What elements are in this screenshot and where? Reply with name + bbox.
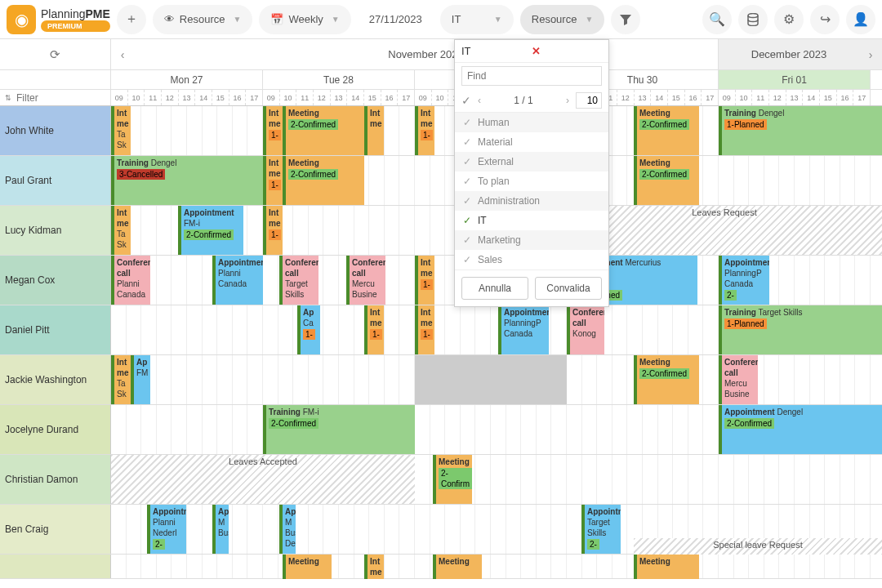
popover-item[interactable]: ✓Sales: [455, 250, 608, 270]
event[interactable]: AppointmentPlanniNederl2-: [147, 505, 186, 554]
event[interactable]: ApMBusine: [212, 505, 229, 554]
popover-item[interactable]: ✓Marketing: [455, 230, 608, 250]
event[interactable]: Meeting: [283, 555, 332, 579]
event[interactable]: Training Target Skills1-Planned: [719, 305, 882, 354]
popover-search-input[interactable]: [461, 66, 602, 86]
add-button[interactable]: ＋: [117, 5, 146, 34]
leave-block[interactable]: Leaves Request: [567, 206, 882, 255]
resource-name[interactable]: Megan Cox: [0, 256, 111, 305]
event[interactable]: Meeting2-Confirmed: [634, 156, 699, 205]
share-button[interactable]: ↪: [810, 5, 840, 34]
select-all-icon[interactable]: ✓: [461, 94, 471, 107]
event[interactable]: ApCa1-: [297, 305, 320, 354]
event[interactable]: Training Dengel1-Planned: [719, 106, 882, 155]
event[interactable]: Int me1-: [364, 305, 384, 354]
event[interactable]: Conference callMercuBusine: [346, 256, 385, 305]
resource-name[interactable]: Daniel Pitt: [0, 305, 111, 354]
search-button[interactable]: 🔍: [702, 5, 732, 34]
popover-item[interactable]: ✓IT: [455, 211, 608, 230]
event[interactable]: Conference callPlanniCanada: [111, 256, 150, 305]
resource-name[interactable]: John White: [0, 106, 111, 155]
leave-block[interactable]: Special leave Request: [634, 538, 882, 555]
data-button[interactable]: [738, 5, 768, 34]
event[interactable]: ApFM: [131, 355, 150, 404]
event[interactable]: Meeting: [634, 555, 699, 579]
event[interactable]: AppointmentTarget Skills2-: [581, 505, 621, 554]
chevron-down-icon: ▼: [494, 15, 502, 24]
event[interactable]: Int me1-: [415, 106, 434, 155]
grouping-dropdown[interactable]: Resource ▼: [520, 5, 605, 34]
event[interactable]: Meeting: [433, 555, 482, 579]
event[interactable]: Int me: [364, 106, 384, 155]
resource-name[interactable]: Christian Damon: [0, 455, 111, 504]
event[interactable]: Meeting2-Confirmed: [283, 156, 364, 205]
event[interactable]: Meeting2-Confirmed: [283, 106, 364, 155]
resource-name[interactable]: Ben Craig: [0, 505, 111, 554]
pager-next[interactable]: ›: [566, 95, 569, 106]
filter-input[interactable]: [16, 92, 82, 104]
event[interactable]: Int meTaSk: [111, 106, 131, 155]
resource-name[interactable]: Paul Grant: [0, 156, 111, 205]
eye-icon: 👁: [164, 13, 175, 25]
pager-prev[interactable]: ‹: [478, 95, 481, 106]
event[interactable]: Training Dengel3-Cancelled: [111, 156, 263, 205]
month-label-1: November 2023: [134, 48, 718, 60]
filter-button[interactable]: [611, 5, 640, 34]
event[interactable]: Meeting2-Confirmed: [634, 106, 699, 155]
cancel-button[interactable]: Annulla: [461, 277, 528, 300]
event[interactable]: Appointment Dengel2-Confirmed: [719, 405, 882, 454]
popover-item[interactable]: ✓To plan: [455, 172, 608, 191]
event[interactable]: Int me1-: [415, 305, 434, 354]
check-icon: ✓: [463, 234, 471, 246]
confirm-button[interactable]: Convalida: [535, 277, 602, 300]
leave-block[interactable]: Leaves Accepted: [111, 455, 415, 504]
resource-name[interactable]: Jackie Washington: [0, 355, 111, 404]
sort-icon[interactable]: ⇅: [5, 94, 11, 102]
event[interactable]: Conference callMercuBusine: [719, 355, 758, 404]
popover-item[interactable]: ✓Human: [455, 113, 608, 132]
event[interactable]: ApMBusineDe: [279, 505, 296, 554]
event[interactable]: Meeting2-Confirm: [433, 455, 472, 504]
next-period[interactable]: ›: [859, 39, 882, 69]
date-picker[interactable]: 27/11/2023: [358, 5, 434, 34]
check-icon: ✓: [463, 176, 471, 187]
settings-button[interactable]: ⚙: [774, 5, 804, 34]
close-icon[interactable]: ✕: [532, 45, 602, 57]
event[interactable]: Int meTaSk: [111, 355, 131, 404]
event[interactable]: Int me1-: [263, 156, 283, 205]
check-icon: ✓: [463, 254, 471, 265]
event[interactable]: AppointmentFM-i2-Confirmed: [178, 206, 243, 255]
svg-point-0: [748, 13, 758, 17]
event[interactable]: Training FM-i2-Confirmed: [263, 405, 415, 454]
event[interactable]: Int me: [364, 555, 384, 579]
resource-dropdown[interactable]: 👁 Resource ▼: [153, 5, 253, 34]
popover-item[interactable]: ✓Material: [455, 132, 608, 152]
event[interactable]: Conference callTarget Skills: [279, 256, 318, 305]
filter-skill-dropdown[interactable]: IT ▼: [440, 5, 514, 34]
day-header: Tue 28: [263, 70, 415, 89]
event[interactable]: Conference callKonog: [567, 305, 604, 354]
schedule-grid: John White Int meTaSk Int me1- Meeting2-…: [0, 106, 882, 579]
event[interactable]: AppointmentPlanningPCanada2-: [719, 256, 769, 305]
resource-name[interactable]: Lucy Kidman: [0, 206, 111, 255]
view-dropdown[interactable]: 📅 Weekly ▼: [259, 5, 350, 34]
event[interactable]: Int me1-: [415, 256, 434, 305]
resource-name[interactable]: [0, 555, 111, 578]
popover-title: IT: [461, 45, 532, 57]
event[interactable]: Int me1-: [263, 106, 283, 155]
resource-name[interactable]: Jocelyne Durand: [0, 405, 111, 454]
prev-period[interactable]: ‹: [111, 39, 134, 69]
check-icon: ✓: [463, 136, 471, 148]
pager-label: 1 / 1: [488, 95, 559, 106]
filter-popover: IT ✕ ✓ ‹ 1 / 1 › ✓Human✓Material✓Externa…: [454, 39, 609, 307]
event[interactable]: Int me1-: [263, 206, 283, 255]
refresh-button[interactable]: ⟳: [0, 39, 111, 69]
event[interactable]: Meeting2-Confirmed: [634, 355, 699, 404]
page-size-input[interactable]: [576, 92, 602, 109]
popover-item[interactable]: ✓Administration: [455, 191, 608, 211]
event[interactable]: AppointmentPlanningPCanada: [498, 305, 549, 354]
user-button[interactable]: 👤: [846, 5, 875, 34]
event[interactable]: Int meTaSk: [111, 206, 131, 255]
event[interactable]: AppointmentPlanniCanada: [212, 256, 263, 305]
popover-item[interactable]: ✓External: [455, 152, 608, 172]
